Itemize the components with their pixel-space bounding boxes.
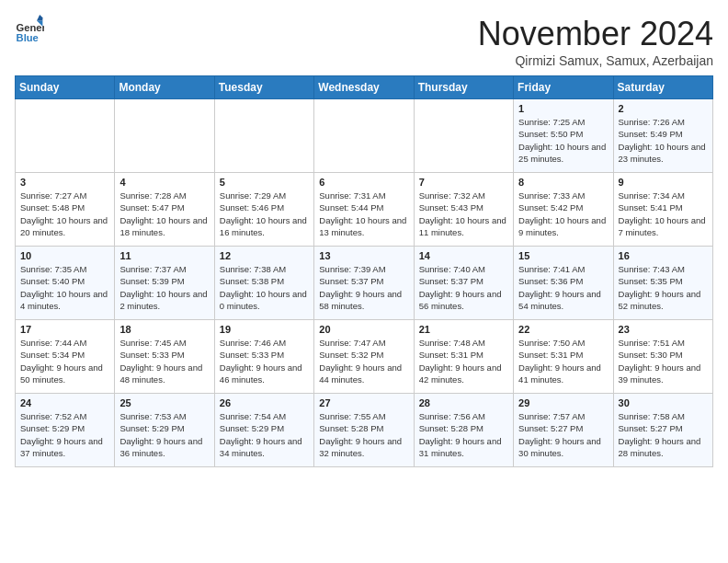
day-number: 9	[619, 177, 708, 188]
calendar-table: SundayMondayTuesdayWednesdayThursdayFrid…	[15, 75, 713, 467]
day-info: Sunrise: 7:48 AM Sunset: 5:31 PM Dayligh…	[419, 337, 508, 385]
calendar-cell	[115, 99, 214, 173]
day-info: Sunrise: 7:32 AM Sunset: 5:43 PM Dayligh…	[419, 190, 508, 238]
calendar-cell: 19Sunrise: 7:46 AM Sunset: 5:33 PM Dayli…	[214, 320, 313, 394]
svg-marker-3	[37, 15, 42, 20]
day-info: Sunrise: 7:52 AM Sunset: 5:29 PM Dayligh…	[20, 410, 109, 459]
week-row-5: 24Sunrise: 7:52 AM Sunset: 5:29 PM Dayli…	[16, 394, 713, 467]
weekday-header-tuesday: Tuesday	[214, 76, 313, 99]
day-info: Sunrise: 7:37 AM Sunset: 5:39 PM Dayligh…	[119, 263, 209, 312]
day-number: 13	[319, 250, 408, 261]
day-info: Sunrise: 7:28 AM Sunset: 5:47 PM Dayligh…	[119, 190, 209, 238]
day-info: Sunrise: 7:51 AM Sunset: 5:30 PM Dayligh…	[619, 337, 708, 385]
day-info: Sunrise: 7:46 AM Sunset: 5:33 PM Dayligh…	[220, 337, 309, 385]
day-number: 29	[518, 397, 608, 408]
day-number: 30	[619, 397, 708, 408]
day-number: 19	[220, 324, 309, 335]
day-info: Sunrise: 7:47 AM Sunset: 5:32 PM Dayligh…	[319, 337, 408, 385]
day-info: Sunrise: 7:44 AM Sunset: 5:34 PM Dayligh…	[20, 337, 109, 385]
weekday-header-thursday: Thursday	[414, 76, 513, 99]
calendar-cell: 29Sunrise: 7:57 AM Sunset: 5:27 PM Dayli…	[514, 394, 613, 467]
calendar-cell	[214, 99, 313, 173]
month-title: November 2024	[478, 15, 713, 53]
calendar-cell: 23Sunrise: 7:51 AM Sunset: 5:30 PM Dayli…	[613, 320, 712, 394]
calendar-cell: 4Sunrise: 7:28 AM Sunset: 5:47 PM Daylig…	[115, 173, 214, 247]
day-number: 5	[220, 177, 309, 188]
svg-text:Blue: Blue	[17, 32, 39, 43]
day-info: Sunrise: 7:39 AM Sunset: 5:37 PM Dayligh…	[319, 263, 408, 312]
day-number: 22	[518, 324, 608, 335]
day-number: 10	[20, 250, 109, 261]
day-info: Sunrise: 7:27 AM Sunset: 5:48 PM Dayligh…	[20, 190, 109, 238]
weekday-header-row: SundayMondayTuesdayWednesdayThursdayFrid…	[16, 76, 713, 99]
day-info: Sunrise: 7:34 AM Sunset: 5:41 PM Dayligh…	[619, 190, 708, 238]
weekday-header-wednesday: Wednesday	[314, 76, 414, 99]
day-info: Sunrise: 7:33 AM Sunset: 5:42 PM Dayligh…	[518, 190, 608, 238]
day-number: 24	[20, 397, 109, 408]
day-number: 16	[619, 250, 708, 261]
day-info: Sunrise: 7:40 AM Sunset: 5:37 PM Dayligh…	[419, 263, 508, 312]
day-info: Sunrise: 7:53 AM Sunset: 5:29 PM Dayligh…	[119, 410, 209, 459]
week-row-4: 17Sunrise: 7:44 AM Sunset: 5:34 PM Dayli…	[16, 320, 713, 394]
day-info: Sunrise: 7:26 AM Sunset: 5:49 PM Dayligh…	[619, 116, 708, 165]
day-number: 8	[518, 177, 608, 188]
calendar-cell: 10Sunrise: 7:35 AM Sunset: 5:40 PM Dayli…	[16, 247, 115, 320]
calendar-cell: 8Sunrise: 7:33 AM Sunset: 5:42 PM Daylig…	[514, 173, 613, 247]
calendar-cell: 5Sunrise: 7:29 AM Sunset: 5:46 PM Daylig…	[214, 173, 313, 247]
day-number: 11	[119, 250, 209, 261]
day-number: 4	[119, 177, 209, 188]
day-number: 23	[619, 324, 708, 335]
day-number: 12	[220, 250, 309, 261]
calendar-cell	[414, 99, 513, 173]
calendar-cell: 2Sunrise: 7:26 AM Sunset: 5:49 PM Daylig…	[613, 99, 712, 173]
weekday-header-sunday: Sunday	[16, 76, 115, 99]
day-number: 20	[319, 324, 408, 335]
calendar-cell: 28Sunrise: 7:56 AM Sunset: 5:28 PM Dayli…	[414, 394, 513, 467]
day-number: 28	[419, 397, 508, 408]
day-info: Sunrise: 7:54 AM Sunset: 5:29 PM Dayligh…	[220, 410, 309, 459]
week-row-2: 3Sunrise: 7:27 AM Sunset: 5:48 PM Daylig…	[16, 173, 713, 247]
calendar-cell	[314, 99, 414, 173]
calendar-cell: 11Sunrise: 7:37 AM Sunset: 5:39 PM Dayli…	[115, 247, 214, 320]
calendar-cell: 14Sunrise: 7:40 AM Sunset: 5:37 PM Dayli…	[414, 247, 513, 320]
day-info: Sunrise: 7:45 AM Sunset: 5:33 PM Dayligh…	[119, 337, 209, 385]
page-header: General Blue November 2024 Qirmizi Samux…	[15, 15, 713, 68]
calendar-cell: 6Sunrise: 7:31 AM Sunset: 5:44 PM Daylig…	[314, 173, 414, 247]
calendar-cell: 7Sunrise: 7:32 AM Sunset: 5:43 PM Daylig…	[414, 173, 513, 247]
day-number: 27	[319, 397, 408, 408]
weekday-header-friday: Friday	[514, 76, 613, 99]
day-info: Sunrise: 7:50 AM Sunset: 5:31 PM Dayligh…	[518, 337, 608, 385]
location: Qirmizi Samux, Samux, Azerbaijan	[478, 53, 713, 68]
day-number: 6	[319, 177, 408, 188]
calendar-cell: 15Sunrise: 7:41 AM Sunset: 5:36 PM Dayli…	[514, 247, 613, 320]
calendar-cell: 16Sunrise: 7:43 AM Sunset: 5:35 PM Dayli…	[613, 247, 712, 320]
day-number: 26	[220, 397, 309, 408]
day-info: Sunrise: 7:41 AM Sunset: 5:36 PM Dayligh…	[518, 263, 608, 312]
calendar-cell: 9Sunrise: 7:34 AM Sunset: 5:41 PM Daylig…	[613, 173, 712, 247]
calendar-cell: 13Sunrise: 7:39 AM Sunset: 5:37 PM Dayli…	[314, 247, 414, 320]
day-info: Sunrise: 7:56 AM Sunset: 5:28 PM Dayligh…	[419, 410, 508, 459]
calendar-cell: 20Sunrise: 7:47 AM Sunset: 5:32 PM Dayli…	[314, 320, 414, 394]
calendar-cell: 21Sunrise: 7:48 AM Sunset: 5:31 PM Dayli…	[414, 320, 513, 394]
day-number: 21	[419, 324, 508, 335]
day-info: Sunrise: 7:35 AM Sunset: 5:40 PM Dayligh…	[20, 263, 109, 312]
calendar-cell: 22Sunrise: 7:50 AM Sunset: 5:31 PM Dayli…	[514, 320, 613, 394]
calendar-cell: 12Sunrise: 7:38 AM Sunset: 5:38 PM Dayli…	[214, 247, 313, 320]
calendar-cell: 27Sunrise: 7:55 AM Sunset: 5:28 PM Dayli…	[314, 394, 414, 467]
title-block: November 2024 Qirmizi Samux, Samux, Azer…	[478, 15, 713, 68]
day-number: 1	[518, 103, 608, 114]
day-number: 18	[119, 324, 209, 335]
logo-icon: General Blue	[15, 15, 44, 44]
day-number: 25	[119, 397, 209, 408]
calendar-cell: 3Sunrise: 7:27 AM Sunset: 5:48 PM Daylig…	[16, 173, 115, 247]
day-info: Sunrise: 7:29 AM Sunset: 5:46 PM Dayligh…	[220, 190, 309, 238]
day-info: Sunrise: 7:55 AM Sunset: 5:28 PM Dayligh…	[319, 410, 408, 459]
calendar-cell: 1Sunrise: 7:25 AM Sunset: 5:50 PM Daylig…	[514, 99, 613, 173]
weekday-header-saturday: Saturday	[613, 76, 712, 99]
day-number: 14	[419, 250, 508, 261]
calendar-cell: 25Sunrise: 7:53 AM Sunset: 5:29 PM Dayli…	[115, 394, 214, 467]
calendar-cell: 18Sunrise: 7:45 AM Sunset: 5:33 PM Dayli…	[115, 320, 214, 394]
week-row-3: 10Sunrise: 7:35 AM Sunset: 5:40 PM Dayli…	[16, 247, 713, 320]
day-number: 17	[20, 324, 109, 335]
calendar-cell: 26Sunrise: 7:54 AM Sunset: 5:29 PM Dayli…	[214, 394, 313, 467]
